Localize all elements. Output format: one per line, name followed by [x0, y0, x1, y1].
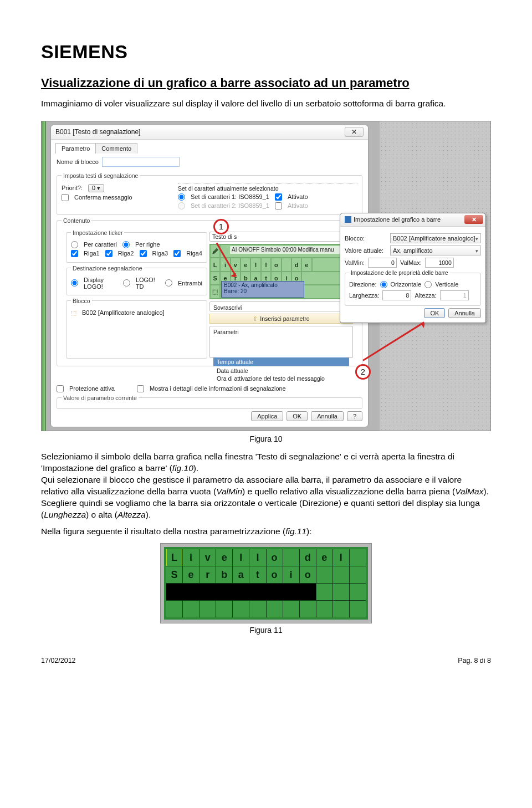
- popup-annulla-button[interactable]: Annulla: [448, 308, 481, 318]
- applica-button[interactable]: Applica: [251, 411, 283, 421]
- figure-11-display: Livellodel Serbatoio: [160, 543, 372, 623]
- display-cell: [166, 601, 182, 617]
- display-cell: i: [283, 566, 299, 583]
- editor-left-strip: [42, 121, 46, 431]
- charset1-attivato-checkbox[interactable]: [275, 193, 282, 201]
- entrambi-radio[interactable]: [165, 279, 172, 287]
- larghezza-label: Larghezza:: [349, 292, 379, 299]
- dialog-testo-segnalazione: B001 [Testo di segnalazione] ✕ Parametro…: [50, 125, 369, 427]
- per-caratteri-label: Per caratteri: [84, 241, 117, 248]
- close-icon[interactable]: ✕: [345, 127, 364, 137]
- orizzontale-radio[interactable]: [380, 281, 387, 288]
- popup-close-icon[interactable]: ✕: [464, 215, 483, 224]
- display-cell: i: [183, 549, 199, 566]
- display-cell: v: [200, 549, 216, 566]
- ai-onoff-bar: AI ON/OFF Simbolo 00:00 Modifica manu: [230, 246, 349, 254]
- callout-2: 2: [355, 364, 371, 380]
- display-grid-editor[interactable]: AI ON/OFF Simbolo 00:00 Modifica manu 🖉 …: [209, 244, 353, 299]
- display-cell: [350, 549, 366, 566]
- orizzontale-label: Orizzontale: [391, 281, 422, 288]
- charset1-label: Set di caratteri 1: ISO8859_1: [191, 193, 269, 200]
- ok-button[interactable]: OK: [287, 411, 308, 421]
- larghezza-input[interactable]: 8: [382, 290, 411, 300]
- display-cell: S: [166, 566, 182, 583]
- popup-valatt-dropdown[interactable]: Ax, amplificato: [390, 246, 481, 255]
- popup-blocco-label: Blocco:: [345, 235, 387, 242]
- sovrascrivi-label: Sovrascrivi: [213, 304, 242, 311]
- display-cell: [350, 601, 366, 617]
- riga1-label: Riga1: [84, 250, 100, 257]
- display-cell: L: [166, 549, 182, 566]
- display-cell: [333, 601, 349, 617]
- display-cell: a: [233, 566, 249, 583]
- paragraph-3: Nella figura seguente il risultato della…: [41, 526, 491, 538]
- display-cell: [267, 601, 283, 617]
- intro-paragraph: Immaginiamo di voler visualizzare sul di…: [41, 98, 491, 110]
- barbox-bot: Barre: 20: [224, 288, 301, 294]
- mostra-dettagli-checkbox[interactable]: [137, 385, 144, 392]
- fs-contenuto-legend: Contenuto: [62, 217, 91, 224]
- bargraph-param-box[interactable]: B002 - Ax, amplificato Barre: 20: [221, 281, 304, 298]
- display-bargraph-fill: [166, 584, 316, 600]
- valmin-input[interactable]: 0: [368, 258, 397, 268]
- dialog-title: B001 [Testo di segnalazione]: [55, 128, 140, 136]
- tempo-attuale-row[interactable]: Tempo attuale: [213, 357, 349, 366]
- testo-di-label: Testo di s: [212, 233, 237, 240]
- riga2-checkbox[interactable]: [105, 250, 112, 257]
- blockname-input[interactable]: [102, 157, 180, 167]
- per-caratteri-radio[interactable]: [71, 241, 78, 248]
- display-cell: [200, 601, 216, 617]
- priority-dropdown[interactable]: 0 ▾: [88, 184, 104, 192]
- barbox-top: B002 - Ax, amplificato: [224, 282, 301, 288]
- blocco-item[interactable]: ⬚ B002 [Amplificatore analogico]: [71, 309, 202, 316]
- riga3-label: Riga3: [152, 250, 168, 257]
- valore-parametro-legend: Valore di parametro corrente: [62, 395, 139, 401]
- display-cell: t: [249, 566, 265, 583]
- display-cell: [350, 566, 366, 583]
- logo-td-radio[interactable]: [123, 279, 130, 287]
- per-righe-label: Per righe: [135, 241, 160, 248]
- riga1-checkbox[interactable]: [71, 250, 78, 257]
- popup-blocco-dropdown[interactable]: B002 [Amplificatore analogico]: [390, 233, 481, 243]
- fs-proprieta-legend: Impostazione delle proprietà delle barre: [349, 270, 450, 276]
- siemens-logo: SIEMENS: [41, 41, 491, 63]
- data-attuale-row[interactable]: Data attuale: [213, 366, 349, 375]
- riga4-checkbox[interactable]: [173, 250, 181, 257]
- popup-impostazione-barre: Impostazione del grafico a barre ✕ Blocc…: [340, 213, 486, 323]
- blocco-item-label: B002 [Amplificatore analogico]: [82, 309, 165, 316]
- charset1-radio[interactable]: [178, 193, 185, 201]
- display-cell: d: [300, 549, 316, 566]
- display-cell: [283, 549, 299, 566]
- verticale-label: Verticale: [435, 281, 458, 288]
- insert-parametro-button[interactable]: ⇧ Inserisci parametro: [209, 314, 353, 324]
- ora-attivazione-row[interactable]: Ora di attivazione del testo del messagg…: [213, 375, 349, 382]
- display-cell: l: [233, 549, 249, 566]
- display-logo-radio[interactable]: [71, 279, 78, 287]
- annulla-button[interactable]: Annulla: [311, 411, 344, 421]
- riga3-checkbox[interactable]: [140, 250, 147, 257]
- charset2-attivato-checkbox[interactable]: [275, 202, 282, 209]
- protezione-checkbox[interactable]: [57, 385, 64, 392]
- help-button[interactable]: ?: [347, 411, 362, 421]
- display-cell: [283, 601, 299, 617]
- display-cell: l: [249, 549, 265, 566]
- tab-parametro[interactable]: Parametro: [55, 143, 96, 154]
- footer-date: 17/02/2012: [41, 657, 76, 664]
- mostra-dettagli-label: Mostra i dettagli delle informazioni di …: [150, 385, 286, 392]
- display-cell: [333, 566, 349, 583]
- per-righe-radio[interactable]: [122, 241, 130, 248]
- popup-ok-button[interactable]: OK: [424, 308, 445, 318]
- display-cell: [316, 601, 332, 617]
- display-cell: r: [200, 566, 216, 583]
- fs-dest-legend: Destinazione segnalazione: [71, 265, 144, 272]
- tab-commento[interactable]: Commento: [95, 143, 137, 154]
- charset2-radio: [178, 202, 185, 209]
- verticale-radio[interactable]: [424, 281, 432, 288]
- display-cell: l: [333, 549, 349, 566]
- fs-ticker-legend: Impostazione ticker: [71, 229, 124, 236]
- figure-11-caption: Figura 11: [41, 626, 491, 635]
- charset2-label: Set di caratteri 2: ISO8859_1: [191, 202, 269, 209]
- confirm-checkbox[interactable]: [62, 194, 69, 201]
- callout-1: 1: [213, 219, 229, 234]
- valmax-input[interactable]: 1000: [425, 258, 454, 268]
